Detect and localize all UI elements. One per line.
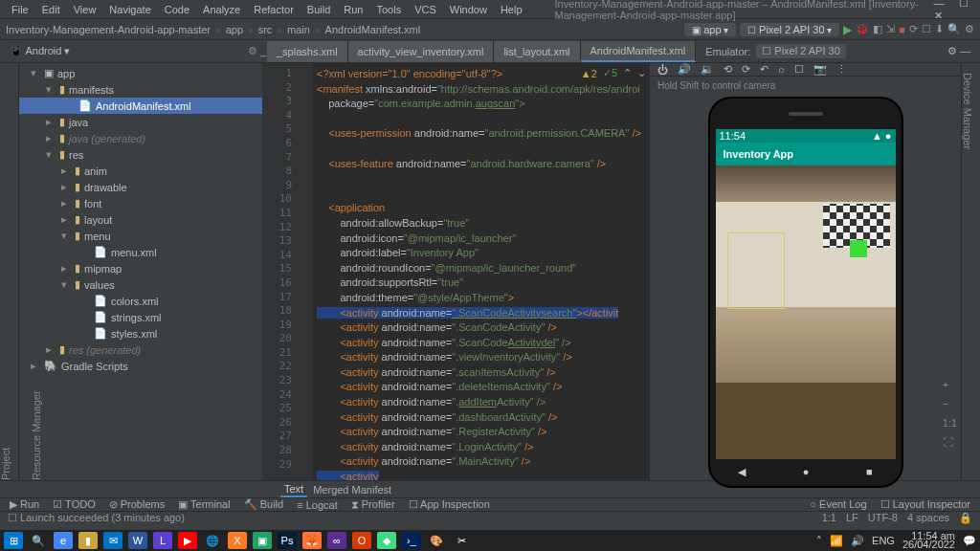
tw-layout-inspector[interactable]: ☐ Layout Inspector [880, 498, 970, 511]
crumb-project[interactable]: Inventory-Management-Android-app-master [6, 24, 211, 35]
tw-run[interactable]: ▶ Run [10, 498, 39, 511]
project-tree[interactable]: ▾▣ app ▾▮ manifests 📄 AndroidManifest.xm… [19, 63, 262, 480]
emu-volume-up-icon[interactable]: 🔊 [678, 63, 691, 76]
taskbar-vs-icon[interactable]: ∞ [327, 532, 346, 549]
taskbar-search-icon[interactable]: 🔍 [29, 532, 48, 549]
tree-mipmap[interactable]: ▸▮ mipmap [19, 260, 262, 276]
taskbar-app-icon[interactable]: L [153, 532, 172, 549]
menu-file[interactable]: File [6, 4, 34, 15]
tree-java-gen[interactable]: ▸▮ java (generated) [19, 130, 262, 146]
menu-analyze[interactable]: Analyze [197, 4, 246, 15]
emu-home-icon[interactable]: ○ [778, 64, 785, 76]
tray-clock[interactable]: 11:54 am26/04/2022 [902, 532, 955, 549]
subtab-merged[interactable]: Merged Manifest [313, 484, 391, 496]
menu-view[interactable]: View [68, 4, 102, 15]
subtab-text[interactable]: Text [280, 482, 307, 497]
emulator-zoom-controls[interactable]: +−1:1⛶ [943, 379, 957, 448]
sidebar-title[interactable]: 📱 Android ▾ [10, 45, 70, 57]
tree-colors[interactable]: 📄 colors.xml [19, 293, 262, 309]
tw-event-log[interactable]: ○ Event Log [810, 498, 866, 511]
emu-overview-icon[interactable]: ☐ [794, 63, 804, 76]
emu-power-icon[interactable]: ⏻ [657, 64, 668, 76]
tab-list-layout[interactable]: list_layout.xml [494, 41, 580, 62]
tw-todo[interactable]: ☑ TODO [53, 498, 95, 511]
editor-inspection[interactable]: ▲2✓5⌃⌄ [581, 67, 646, 79]
taskbar-sublime-icon[interactable]: ▣ [253, 532, 272, 549]
attach-button[interactable]: ⇲ [886, 23, 895, 35]
tw-build[interactable]: 🔨 Build [244, 498, 284, 511]
tree-styles[interactable]: 📄 styles.xml [19, 325, 262, 342]
tree-strings[interactable]: 📄 strings.xml [19, 309, 262, 325]
taskbar-start-icon[interactable]: ⊞ [4, 532, 23, 549]
taskbar-edge-icon[interactable]: e [54, 532, 73, 549]
zoom-expand-icon[interactable]: ⛶ [943, 436, 957, 448]
taskbar-youtube-icon[interactable]: ▶ [178, 532, 197, 549]
minimize-icon[interactable]: — [928, 0, 950, 9]
menu-refactor[interactable]: Refactor [248, 4, 300, 15]
menu-window[interactable]: Window [444, 4, 493, 15]
windows-taskbar[interactable]: ⊞ 🔍 e ▮ ✉ W L ▶ 🌐 X ▣ Ps 🦊 ∞ O ◆ ›_ 🎨 ✂ … [0, 530, 980, 551]
run-button[interactable]: ▶ [843, 23, 852, 36]
run-config-dropdown[interactable]: ▣ app ▾ [684, 23, 736, 36]
menu-code[interactable]: Code [159, 4, 195, 15]
sync-button[interactable]: ⟳ [909, 23, 918, 35]
tray-wifi-icon[interactable]: 📶 [830, 535, 843, 547]
sdk-button[interactable]: ⬇ [935, 23, 944, 35]
rail-project[interactable]: Project [0, 73, 11, 480]
taskbar-xampp-icon[interactable]: X [228, 532, 247, 549]
menu-run[interactable]: Run [338, 4, 368, 15]
maximize-icon[interactable]: ☐ [953, 0, 974, 9]
status-line-sep[interactable]: LF [846, 512, 858, 524]
status-indent[interactable]: 4 spaces [907, 512, 949, 524]
close-icon[interactable]: ✕ [928, 10, 948, 21]
taskbar-chrome-icon[interactable]: 🌐 [203, 532, 222, 549]
taskbar-word-icon[interactable]: W [128, 532, 147, 549]
system-tray[interactable]: ˄ 📶 🔊 ENG 11:54 am26/04/2022 💬 [816, 532, 976, 549]
emu-volume-down-icon[interactable]: 🔉 [701, 63, 714, 76]
taskbar-photoshop-icon[interactable]: Ps [278, 532, 297, 549]
tree-values[interactable]: ▾▮ values [19, 276, 262, 293]
tab-options-icon[interactable]: ⚙ — [947, 45, 970, 56]
app-camera-preview[interactable] [716, 165, 896, 459]
taskbar-explorer-icon[interactable]: ▮ [78, 532, 98, 549]
crumb-file[interactable]: AndroidManifest.xml [325, 24, 421, 35]
tw-app-inspection[interactable]: ☐ App Inspection [409, 498, 490, 511]
taskbar-office-icon[interactable]: O [352, 532, 371, 549]
stop-button[interactable]: ■ [899, 24, 905, 35]
tray-chevron-icon[interactable]: ˄ [816, 535, 822, 547]
tray-lang[interactable]: ENG [872, 535, 895, 546]
emu-rotate-left-icon[interactable]: ⟲ [724, 63, 732, 76]
menu-vcs[interactable]: VCS [409, 4, 442, 15]
tray-volume-icon[interactable]: 🔊 [851, 535, 864, 547]
debug-button[interactable]: 🐞 [856, 23, 869, 35]
tree-menu-xml[interactable]: 📄 menu.xml [19, 244, 262, 260]
tree-gradle[interactable]: ▸🐘 Gradle Scripts [19, 358, 262, 374]
tree-res[interactable]: ▾▮ res [19, 146, 262, 163]
taskbar-android-studio-icon[interactable]: ◆ [377, 532, 396, 549]
tab-activity-view[interactable]: activity_view_inventory.xml [348, 41, 495, 62]
tree-menu[interactable]: ▾▮ menu [19, 228, 262, 244]
taskbar-mail-icon[interactable]: ✉ [103, 532, 122, 549]
code-editor[interactable]: 1234567891011121314151617181920212223242… [263, 63, 650, 480]
tree-manifest-file[interactable]: 📄 AndroidManifest.xml [19, 98, 262, 114]
nav-back-icon[interactable]: ◀ [738, 466, 746, 478]
menu-build[interactable]: Build [301, 4, 336, 15]
tw-problems[interactable]: ⊘ Problems [109, 498, 166, 511]
device-dropdown[interactable]: ☐ Pixel 2 API 30 ▾ [740, 23, 839, 36]
tab-splashs[interactable]: _splashs.xml [267, 41, 348, 62]
settings-icon[interactable]: ⚙ [965, 23, 974, 35]
tray-notifications-icon[interactable]: 💬 [963, 535, 976, 547]
tw-terminal[interactable]: ▣ Terminal [178, 498, 230, 511]
emulator-device-frame[interactable]: 11:54▲ ● Inventory App ◀●■ [710, 99, 902, 486]
menu-navigate[interactable]: Navigate [103, 4, 156, 15]
tree-java[interactable]: ▸▮ java [19, 114, 262, 130]
tree-layout[interactable]: ▸▮ layout [19, 211, 262, 228]
rail-device-manager[interactable]: Device Manager [962, 73, 973, 480]
search-icon[interactable]: 🔍 [947, 23, 961, 35]
android-nav-bar[interactable]: ◀●■ [710, 466, 902, 478]
emulator-device-dropdown[interactable]: ☐ Pixel 2 API 30 [756, 44, 846, 58]
tree-res-gen[interactable]: ▸▮ res (generated) [19, 342, 262, 358]
zoom-in-icon[interactable]: + [943, 379, 957, 390]
menu-tools[interactable]: Tools [370, 4, 407, 15]
tree-font[interactable]: ▸▮ font [19, 195, 262, 211]
